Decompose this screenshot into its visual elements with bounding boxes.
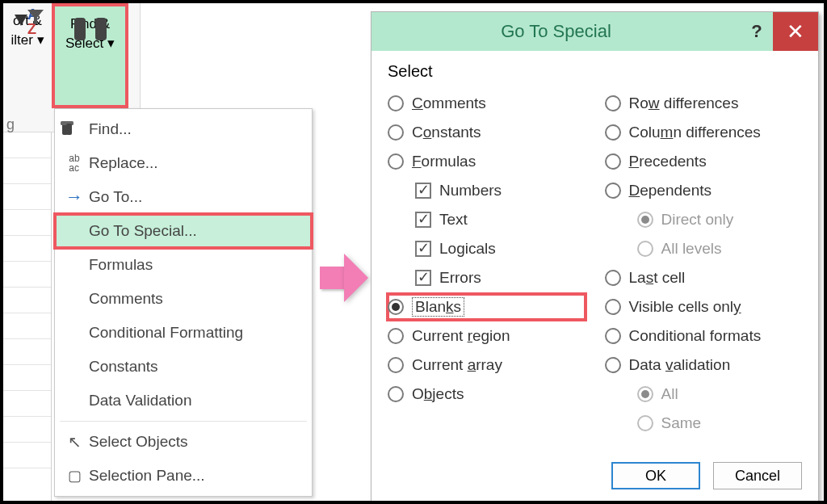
menu-label: Comments (89, 290, 163, 308)
menu-label: Constants (89, 358, 158, 376)
option-row-differences[interactable]: Row differences (605, 90, 803, 116)
cancel-button[interactable]: Cancel (713, 462, 802, 489)
menu-separator (60, 421, 307, 422)
menu-label: Go To... (89, 188, 142, 206)
option-conditional-formats[interactable]: Conditional formats (605, 323, 803, 349)
menu-item-find[interactable]: Find... (55, 112, 312, 146)
option-comments[interactable]: Comments (388, 90, 586, 116)
option-numbers[interactable]: Numbers (388, 178, 586, 204)
ribbon-group-label: g (6, 116, 15, 133)
menu-label: Selection Pane... (89, 467, 205, 485)
menu-item-data-validation[interactable]: Data Validation (55, 384, 312, 418)
selection-pane-icon: ▢ (60, 467, 89, 485)
option-visible-cells-only[interactable]: Visible cells only (605, 294, 803, 320)
dialog-title: Go To Special (372, 21, 741, 42)
option-errors[interactable]: Errors (388, 265, 586, 291)
menu-label: Select Objects (89, 433, 188, 451)
menu-label: Find... (89, 120, 132, 138)
dialog-titlebar[interactable]: Go To Special ? ✕ (372, 12, 818, 51)
select-section-label: Select (388, 62, 802, 81)
option-last-cell[interactable]: Last cell (605, 265, 803, 291)
menu-item-comments[interactable]: Comments (55, 282, 312, 316)
close-button[interactable]: ✕ (773, 12, 818, 51)
arrow-right-icon: → (60, 187, 89, 208)
menu-item-constants[interactable]: Constants (55, 350, 312, 384)
option-logicals[interactable]: Logicals (388, 236, 586, 262)
options-right-column: Row differences Column differences Prece… (605, 87, 803, 439)
find-select-label2: Select ▾ (55, 36, 125, 52)
sort-filter-button[interactable]: ort & ilter ▾ (3, 3, 52, 108)
menu-label: Formulas (89, 256, 153, 274)
options-left-column: Comments Constants Formulas Numbers Text… (388, 87, 586, 439)
binoculars-icon (60, 121, 89, 137)
option-precedents[interactable]: Precedents (605, 149, 803, 174)
find-select-button[interactable]: Find & Select ▾ (52, 3, 128, 108)
goto-special-dialog: Go To Special ? ✕ Select Comments Consta… (371, 11, 819, 504)
option-data-validation[interactable]: Data validation (605, 352, 803, 378)
find-select-menu: Find... abac Replace... → Go To... Go To… (54, 108, 313, 497)
option-dependents[interactable]: Dependents (605, 178, 803, 204)
option-current-region[interactable]: Current region (388, 323, 586, 349)
find-select-label1: Find & (55, 16, 125, 32)
ok-button[interactable]: OK (611, 462, 700, 489)
option-formulas[interactable]: Formulas (388, 149, 586, 174)
option-dv-all: All (605, 381, 803, 407)
menu-label: Replace... (89, 154, 158, 172)
option-text[interactable]: Text (388, 207, 586, 233)
menu-label: Data Validation (89, 392, 191, 410)
help-button[interactable]: ? (741, 21, 773, 42)
replace-icon: abac (60, 153, 89, 173)
option-blanks[interactable]: Blanks (388, 294, 586, 320)
option-dv-same: Same (605, 410, 803, 436)
option-direct-only: Direct only (605, 207, 803, 233)
worksheet-rows-edge (3, 132, 52, 501)
option-all-levels: All levels (605, 236, 803, 262)
menu-item-formulas[interactable]: Formulas (55, 248, 312, 282)
option-column-differences[interactable]: Column differences (605, 120, 803, 145)
menu-item-replace[interactable]: abac Replace... (55, 146, 312, 180)
menu-item-conditional-formatting[interactable]: Conditional Formatting (55, 316, 312, 350)
menu-label: Conditional Formatting (89, 324, 243, 342)
option-constants[interactable]: Constants (388, 120, 586, 145)
option-objects[interactable]: Objects (388, 381, 586, 407)
cursor-icon: ↖ (60, 432, 89, 452)
menu-item-goto-special[interactable]: Go To Special... (55, 214, 312, 248)
annotation-arrow-icon (320, 254, 368, 302)
option-current-array[interactable]: Current array (388, 352, 586, 378)
menu-label: Go To Special... (89, 222, 197, 240)
menu-item-selection-pane[interactable]: ▢ Selection Pane... (55, 459, 312, 493)
menu-item-select-objects[interactable]: ↖ Select Objects (55, 425, 312, 459)
menu-item-goto[interactable]: → Go To... (55, 180, 312, 214)
